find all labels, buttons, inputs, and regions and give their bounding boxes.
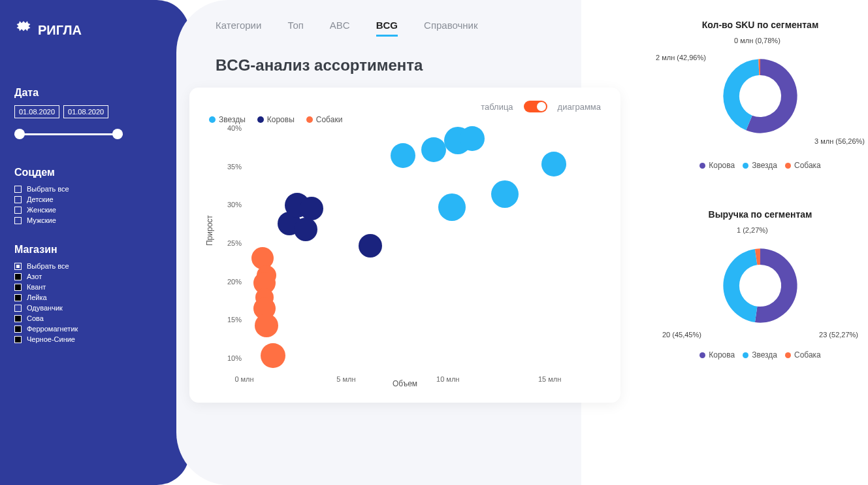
main-content: КатегорииТопABCBCGСправочник BCG-анализ …	[144, 0, 652, 485]
bubble[interactable]	[359, 234, 382, 258]
sku-donut-chart: 3 млн (56,26%)2 млн (42,96%)0 млн (0,78%…	[695, 41, 826, 152]
scatter-card: таблица диаграмма ЗвездыКоровыСобаки При…	[189, 88, 620, 403]
legend-dot-icon	[743, 352, 748, 358]
checkbox-icon	[14, 207, 22, 214]
store-item[interactable]: Выбрать все	[14, 262, 129, 270]
bubble[interactable]	[391, 143, 415, 168]
brand-name: РИГЛА	[38, 23, 82, 38]
tab-справочник[interactable]: Справочник	[424, 20, 478, 37]
checkbox-icon	[14, 315, 22, 322]
date-range-slider[interactable]	[14, 127, 129, 141]
checkbox-icon	[14, 336, 22, 343]
checkbox-label: Одуванчик	[27, 304, 63, 312]
store-item[interactable]: Ферромагнетик	[14, 325, 129, 333]
y-tick: 30%	[227, 201, 242, 209]
checkbox-icon	[14, 284, 22, 291]
legend-dot-icon	[699, 352, 705, 358]
donut-arc-label: 2 млн (42,96%)	[656, 54, 706, 61]
legend-item: Корова	[699, 350, 735, 360]
tab-категории[interactable]: Категории	[216, 20, 261, 37]
toggle-label-diagram[interactable]: диаграмма	[558, 102, 601, 112]
checkbox-label: Выбрать все	[27, 262, 69, 270]
revenue-donut-block: Выручка по сегментам 23 (52,27%)20 (45,4…	[666, 209, 855, 360]
checkbox-icon	[14, 263, 22, 270]
logo: РИГЛА	[14, 20, 129, 41]
x-axis-label: Объем	[393, 379, 417, 388]
tab-abc[interactable]: ABC	[330, 20, 350, 37]
legend-item: Звезды	[209, 115, 246, 124]
date-from[interactable]: 01.08.2020	[14, 105, 59, 118]
legend-item: Собаки	[306, 115, 343, 124]
revenue-donut-chart: 23 (52,27%)20 (45,45%)1 (2,27%)	[695, 230, 826, 341]
y-tick: 10%	[227, 354, 242, 362]
bubble[interactable]	[255, 314, 278, 337]
legend-item: Собака	[785, 161, 821, 170]
checkbox-icon	[14, 186, 22, 193]
store-item[interactable]: Азот	[14, 273, 129, 280]
bubble[interactable]	[541, 152, 566, 176]
logo-icon	[14, 20, 33, 41]
store-item[interactable]: Одуванчик	[14, 304, 129, 312]
checkbox-icon	[14, 326, 22, 333]
store-item[interactable]: Квант	[14, 283, 129, 291]
checkbox-icon	[14, 196, 22, 203]
series-legend: ЗвездыКоровыСобаки	[209, 115, 601, 124]
legend-dot-icon	[257, 116, 264, 123]
checkbox-label: Женские	[27, 206, 56, 214]
bubble[interactable]	[261, 343, 285, 368]
checkbox-label: Черное-Синие	[27, 335, 75, 343]
x-tick: 15 млн	[538, 375, 561, 383]
store-item[interactable]: Сова	[14, 314, 129, 322]
date-to[interactable]: 01.08.2020	[63, 105, 108, 118]
socdem-item[interactable]: Детские	[14, 195, 129, 203]
legend-item: Звезда	[743, 350, 777, 360]
socdem-filter: Соцдем Выбрать всеДетскиеЖенскиеМужские	[14, 167, 129, 224]
store-filter: Магазин Выбрать всеАзотКвантЛейкаОдуванч…	[14, 244, 129, 343]
legend-dot-icon	[785, 163, 791, 169]
legend-dot-icon	[209, 116, 216, 123]
checkbox-icon	[14, 217, 22, 224]
legend-dot-icon	[785, 352, 791, 358]
toggle-label-table[interactable]: таблица	[481, 102, 513, 112]
socdem-item[interactable]: Выбрать все	[14, 185, 129, 193]
socdem-item[interactable]: Мужские	[14, 216, 129, 224]
sku-donut-block: Кол-во SKU по сегментам 3 млн (56,26%)2 …	[666, 20, 855, 170]
legend-item: Собака	[785, 350, 821, 360]
donut-arc-label: 20 (45,45%)	[662, 331, 701, 339]
store-heading: Магазин	[14, 244, 129, 256]
view-toggle[interactable]	[524, 101, 547, 112]
tab-bcg[interactable]: BCG	[376, 20, 398, 37]
legend-item: Коровы	[257, 115, 295, 124]
checkbox-label: Мужские	[27, 216, 56, 224]
donut-arc-label: 3 млн (56,26%)	[814, 137, 865, 145]
bubble[interactable]	[294, 218, 317, 241]
donut-arc-label: 0 млн (0,78%)	[734, 37, 780, 44]
sku-donut-legend: КороваЗвездаСобака	[666, 161, 855, 170]
checkbox-icon	[14, 273, 22, 280]
y-tick: 15%	[227, 316, 242, 324]
bubble[interactable]	[421, 137, 446, 162]
x-tick: 0 млн	[234, 375, 253, 383]
page-title: BCG-анализ ассортимента	[189, 56, 633, 75]
checkbox-icon	[14, 305, 22, 312]
y-axis-label: Прирост	[205, 215, 214, 246]
donut-arc-label: 1 (2,27%)	[737, 226, 768, 234]
legend-dot-icon	[743, 163, 748, 169]
store-item[interactable]: Лейка	[14, 293, 129, 301]
sku-donut-title: Кол-во SKU по сегментам	[666, 20, 855, 30]
store-item[interactable]: Черное-Синие	[14, 335, 129, 343]
y-tick: 35%	[227, 163, 242, 171]
tab-топ[interactable]: Топ	[287, 20, 303, 37]
checkbox-label: Выбрать все	[27, 185, 69, 193]
legend-dot-icon	[699, 163, 705, 169]
checkbox-label: Сова	[27, 314, 44, 322]
y-tick: 20%	[227, 278, 242, 286]
checkbox-label: Детские	[27, 195, 54, 203]
sidebar: РИГЛА Дата 01.08.2020 01.08.2020 Соцдем …	[0, 0, 144, 485]
socdem-item[interactable]: Женские	[14, 206, 129, 214]
bubble[interactable]	[460, 126, 485, 151]
bubble[interactable]	[491, 180, 519, 208]
bubble[interactable]	[300, 197, 323, 220]
bubble[interactable]	[438, 193, 466, 221]
donut-arc-label: 23 (52,27%)	[819, 331, 858, 339]
